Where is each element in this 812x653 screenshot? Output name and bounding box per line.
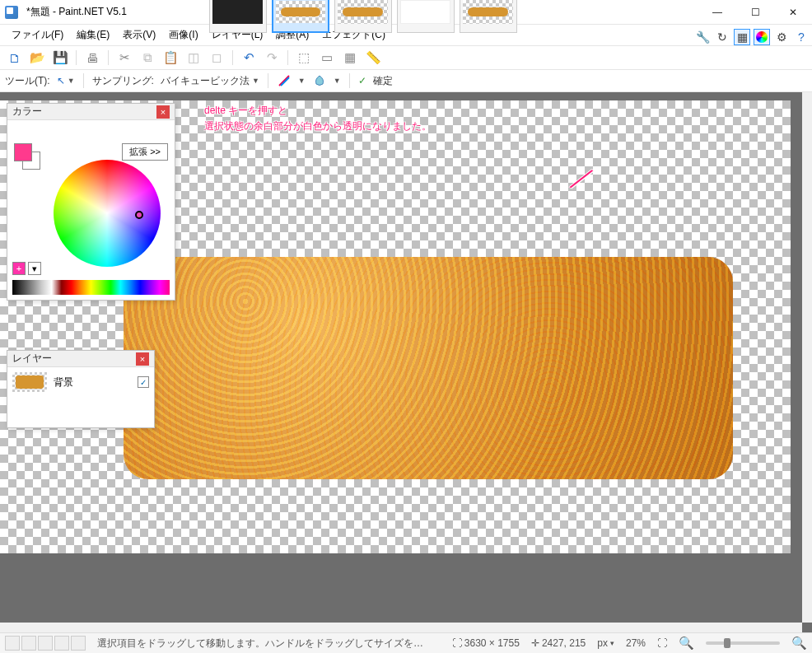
- thumbnail-0[interactable]: ✷: [209, 0, 267, 33]
- colors-window-toggle[interactable]: [754, 29, 770, 45]
- statusbar: 選択項目をドラッグして移動します。ハンドルをドラッグしてサイズを変更します。マウ…: [0, 632, 812, 653]
- layers-panel-title: レイヤー: [12, 352, 52, 366]
- new-file-button[interactable]: 🗋: [5, 49, 23, 67]
- maximize-button[interactable]: ☐: [736, 0, 774, 25]
- close-icon: ✕: [789, 7, 797, 18]
- separator: [83, 73, 84, 88]
- color-palette[interactable]: [12, 280, 170, 295]
- palette-menu-button[interactable]: ▾: [28, 262, 41, 275]
- zoom-slider[interactable]: [706, 641, 780, 645]
- deselect-button[interactable]: ◻: [208, 49, 226, 67]
- expand-button[interactable]: 拡張 >>: [122, 143, 168, 161]
- chevron-down-icon: ▼: [334, 77, 341, 85]
- horizontal-scrollbar[interactable]: [0, 623, 802, 632]
- image-dimensions: ⛶ 3630 × 1755: [452, 637, 520, 649]
- primary-color-swatch[interactable]: [14, 143, 32, 161]
- color-panel-close-button[interactable]: ×: [156, 105, 170, 119]
- menu-image[interactable]: 画像(I): [162, 26, 204, 44]
- status-window-icon[interactable]: [38, 636, 53, 651]
- menu-edit[interactable]: 編集(E): [70, 26, 116, 44]
- zoom-in-button[interactable]: 🔍: [791, 636, 807, 651]
- sampling-dropdown[interactable]: バイキュービック法 ▼: [161, 74, 259, 88]
- svg-line-1: [281, 77, 289, 86]
- sampling-label: サンプリング:: [92, 74, 154, 88]
- color-wheel-cursor[interactable]: [135, 211, 143, 219]
- window-title: *無題 - Paint.NET V5.1: [26, 5, 127, 19]
- layers-panel-titlebar[interactable]: レイヤー ×: [7, 351, 154, 367]
- copy-button[interactable]: ⧉: [138, 49, 156, 67]
- cursor-position: ✛ 2427, 215: [531, 637, 586, 649]
- minimize-button[interactable]: —: [698, 0, 736, 25]
- thumbnail-2[interactable]: ✷: [334, 0, 392, 33]
- redo-button[interactable]: ↷: [263, 49, 281, 67]
- vertical-scrollbar[interactable]: [802, 92, 812, 623]
- separator: [349, 73, 350, 88]
- separator: [76, 50, 77, 65]
- move-tool-icon: ↖: [57, 75, 65, 86]
- thumbnail-1[interactable]: ✷: [272, 0, 329, 33]
- paste-button[interactable]: 📋: [161, 49, 180, 67]
- commit-button[interactable]: 確定: [373, 74, 393, 88]
- sampling-value: バイキュービック法: [161, 74, 250, 88]
- history-window-toggle[interactable]: ↻: [714, 29, 730, 45]
- help-button[interactable]: ?: [793, 29, 810, 45]
- resize-button[interactable]: ▭: [318, 49, 336, 67]
- status-thumb-icons: [5, 636, 86, 651]
- utility-toolbar: 🔧 ↻ ▦ ⚙ ?: [694, 29, 810, 45]
- cursor-pos-value: 2427, 215: [542, 637, 586, 649]
- image-size-value: 3630 × 1755: [464, 637, 520, 649]
- zoom-dropdown[interactable]: 27%: [626, 637, 646, 649]
- titlebar: *無題 - Paint.NET V5.1 ✷ ✷ ✷ ✷ ✷ — ☐ ✕: [0, 0, 812, 25]
- add-color-button[interactable]: +: [12, 262, 26, 275]
- layers-panel[interactable]: レイヤー × 背景 ✓: [7, 350, 155, 428]
- zoom-value: 27%: [626, 637, 646, 649]
- print-button[interactable]: 🖶: [83, 49, 101, 67]
- layers-panel-close-button[interactable]: ×: [136, 352, 149, 366]
- shape-option-icon[interactable]: [312, 73, 327, 88]
- layer-row[interactable]: 背景 ✓: [7, 367, 154, 397]
- color-swatches[interactable]: [14, 143, 40, 170]
- cut-button[interactable]: ✂: [115, 49, 133, 67]
- save-button[interactable]: 💾: [51, 49, 69, 67]
- tutorial-annotation: delte キーを押すと 選択状態の余白部分が白色から透明になりました。 ╱: [204, 103, 432, 134]
- status-window-icon[interactable]: [21, 636, 36, 651]
- layer-thumbnail: [12, 372, 47, 392]
- crop-button[interactable]: ⬚: [295, 49, 313, 67]
- thumbnail-3[interactable]: ✷: [397, 0, 455, 33]
- gradient-option-icon[interactable]: [277, 73, 292, 88]
- minimize-icon: —: [712, 7, 722, 18]
- ruler-toggle-button[interactable]: 📏: [364, 49, 382, 67]
- status-window-icon[interactable]: [5, 636, 20, 651]
- color-wheel[interactable]: [54, 160, 161, 267]
- tools-window-toggle[interactable]: 🔧: [694, 29, 711, 45]
- thumbnail-4[interactable]: ✷: [460, 0, 517, 33]
- annotation-line-1: delte キーを押すと: [204, 103, 432, 119]
- separator: [108, 50, 109, 65]
- status-window-icon[interactable]: [54, 636, 69, 651]
- dimensions-icon: ⛶: [452, 637, 462, 649]
- document-thumbnails: ✷ ✷ ✷ ✷ ✷: [209, 0, 517, 33]
- color-panel-titlebar[interactable]: カラー ×: [7, 104, 175, 120]
- menu-file[interactable]: ファイル(F): [5, 26, 70, 44]
- menu-view[interactable]: 表示(V): [116, 26, 162, 44]
- open-file-button[interactable]: 📂: [28, 49, 46, 67]
- zoom-out-button[interactable]: 🔍: [679, 636, 694, 651]
- zoom-fit-button[interactable]: ⛶: [657, 637, 667, 649]
- close-button[interactable]: ✕: [774, 0, 812, 25]
- tool-selector[interactable]: ↖ ▼: [57, 75, 75, 86]
- settings-button[interactable]: ⚙: [773, 29, 790, 45]
- undo-button[interactable]: ↶: [240, 49, 258, 67]
- app-icon: [5, 6, 18, 19]
- separator: [268, 73, 268, 88]
- grid-toggle-button[interactable]: ▦: [341, 49, 359, 67]
- crop-selection-button[interactable]: ◫: [184, 49, 203, 67]
- main-toolbar: 🗋 📂 💾 🖶 ✂ ⧉ 📋 ◫ ◻ ↶ ↷ ⬚ ▭ ▦ 📏: [0, 46, 812, 69]
- palette-controls: + ▾: [12, 262, 41, 275]
- layer-visibility-checkbox[interactable]: ✓: [138, 376, 149, 388]
- layers-window-toggle[interactable]: ▦: [734, 29, 750, 45]
- unit-value: px: [597, 637, 608, 649]
- tool-label: ツール(T):: [5, 74, 50, 88]
- status-window-icon[interactable]: [71, 636, 86, 651]
- color-panel[interactable]: カラー × 拡張 >> + ▾: [7, 103, 175, 301]
- unit-dropdown[interactable]: px ▾: [597, 637, 614, 649]
